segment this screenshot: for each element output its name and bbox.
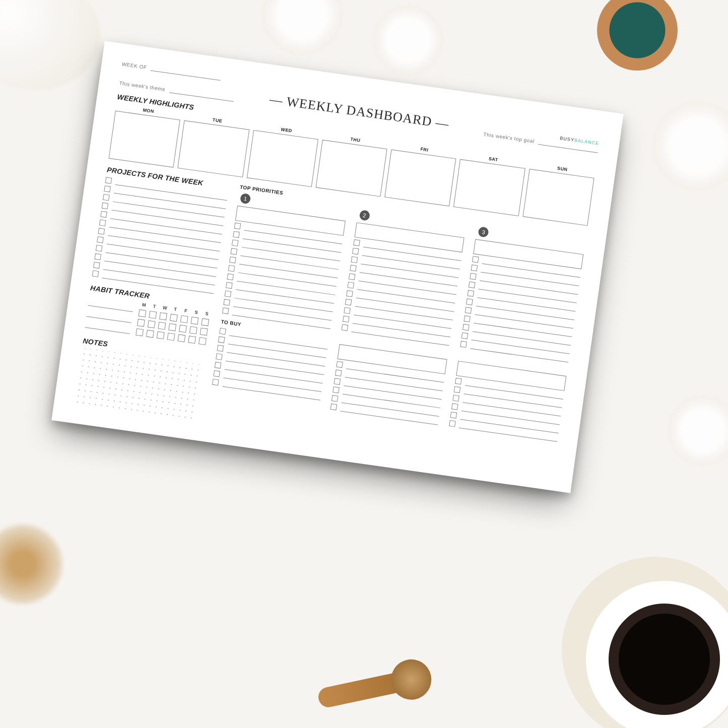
checkbox[interactable] [216,353,223,360]
habit-cell[interactable] [159,312,167,320]
theme-blank[interactable] [169,87,235,102]
habit-cell[interactable] [201,318,209,326]
checkbox[interactable] [99,219,106,226]
checkbox[interactable] [104,185,111,192]
habit-cell[interactable] [157,332,165,340]
day-highlight-box[interactable] [315,140,387,196]
habit-cell[interactable] [189,326,197,334]
checkbox[interactable] [472,256,479,263]
checkbox[interactable] [94,253,101,260]
checkbox[interactable] [466,298,473,305]
checkbox[interactable] [97,236,104,243]
checkbox[interactable] [469,282,476,289]
checkbox[interactable] [343,316,350,323]
checkbox[interactable] [336,361,343,368]
checkbox[interactable] [468,290,475,297]
habit-cell[interactable] [168,323,176,332]
checkbox[interactable] [233,231,240,238]
day-highlight-box[interactable] [109,111,180,168]
checkbox[interactable] [350,265,357,272]
checkbox[interactable] [454,386,461,393]
checkbox[interactable] [455,378,462,385]
habit-cell[interactable] [136,328,144,337]
habit-cell[interactable] [170,314,178,322]
checkbox[interactable] [223,299,230,306]
day-highlight-box[interactable] [177,120,249,177]
habit-cell[interactable] [149,311,157,319]
habit-cell[interactable] [158,322,166,330]
checkbox[interactable] [334,378,341,385]
checkbox[interactable] [332,395,339,402]
habit-cell[interactable] [139,309,147,317]
checkbox[interactable] [470,273,477,280]
checkbox[interactable] [218,337,225,344]
checkbox[interactable] [461,333,469,340]
checkbox[interactable] [102,203,109,210]
priority-badge-1: 1 [240,193,251,205]
checkbox[interactable] [225,290,232,297]
habit-cell[interactable] [188,336,196,344]
checkbox[interactable] [234,223,241,230]
checkbox[interactable] [344,307,351,314]
habit-cell[interactable] [137,319,145,327]
checkbox[interactable] [351,256,358,263]
checkbox[interactable] [450,412,457,419]
checkbox[interactable] [217,345,224,352]
habit-cell[interactable] [191,317,199,325]
checkbox[interactable] [453,395,460,402]
checkbox[interactable] [103,194,110,201]
checkbox[interactable] [462,324,470,331]
checkbox[interactable] [222,307,229,314]
checkbox[interactable] [345,299,352,306]
habit-cell[interactable] [179,325,187,333]
checkbox[interactable] [471,264,478,272]
day-highlight-box[interactable] [246,130,318,187]
checkbox[interactable] [333,386,340,393]
checkbox[interactable] [341,324,348,331]
day-column-sun: SUN [522,162,595,226]
checkbox[interactable] [213,370,220,377]
habit-cell[interactable] [146,330,154,338]
checkbox[interactable] [352,248,359,255]
checkbox[interactable] [98,228,105,235]
checkbox[interactable] [346,290,353,297]
checkbox[interactable] [93,262,100,269]
checkbox[interactable] [215,362,222,369]
habit-cell[interactable] [177,334,185,342]
checkbox[interactable] [465,307,472,314]
habit-cell[interactable] [148,320,156,328]
checkbox[interactable] [330,404,337,411]
checkbox[interactable] [347,282,354,289]
habit-cell[interactable] [180,315,188,323]
checkbox[interactable] [348,273,355,280]
habit-day-header: S [203,311,211,317]
checkbox[interactable] [232,239,239,246]
checkbox[interactable] [212,379,219,386]
checkbox[interactable] [226,282,233,289]
day-highlight-box[interactable] [522,169,594,226]
checkbox[interactable] [451,403,458,410]
checkbox[interactable] [227,274,234,281]
day-highlight-box[interactable] [453,159,525,216]
checkbox[interactable] [460,341,468,348]
checkbox[interactable] [228,265,235,272]
checkbox[interactable] [219,328,226,335]
priority-badge-3: 3 [478,226,490,238]
day-column-fri: FRI [384,143,457,207]
habit-cell[interactable] [198,337,207,345]
checkbox[interactable] [353,239,360,246]
checkbox[interactable] [100,211,107,218]
checkbox[interactable] [464,315,471,322]
day-column-wed: WED [246,123,319,187]
day-highlight-box[interactable] [384,150,456,207]
checkbox[interactable] [96,245,103,252]
habit-cell[interactable] [167,333,175,341]
checkbox[interactable] [449,420,456,427]
checkbox[interactable] [105,177,112,184]
checkbox[interactable] [231,248,238,255]
habit-cell[interactable] [200,327,208,336]
checkbox[interactable] [335,369,342,376]
habit-day-header: S [192,309,201,315]
checkbox[interactable] [229,256,236,263]
checkbox[interactable] [92,270,99,277]
